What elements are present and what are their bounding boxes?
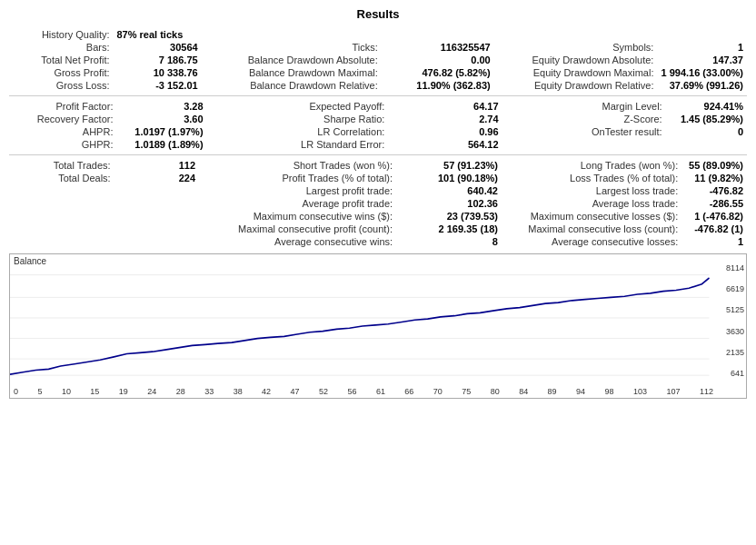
label: Maximum consecutive wins ($):: [216, 210, 396, 223]
x-label: 75: [462, 387, 471, 396]
table-row: Largest profit trade: 640.42 Largest los…: [9, 184, 747, 197]
x-label: 94: [576, 387, 585, 396]
label: Total Deals:: [9, 172, 114, 184]
label: Equity Drawdown Maximal:: [511, 66, 658, 79]
value: 147.37: [657, 54, 747, 66]
x-label: 24: [147, 387, 156, 396]
table-row: Total Deals: 224 Profit Trades (% of tot…: [9, 172, 747, 184]
label: Margin Level:: [520, 100, 666, 113]
label: Loss Trades (% of total):: [519, 172, 681, 184]
label: Gross Loss:: [9, 79, 114, 92]
label: Ticks:: [218, 41, 382, 54]
x-label: 80: [491, 387, 500, 396]
label: Gross Profit:: [9, 66, 114, 79]
chart-label: Balance: [14, 256, 46, 266]
balance-chart: Balance 8114 6619 5125 3630 2135 641 0: [9, 253, 747, 399]
page: Results History Quality: 87% real ticks …: [0, 0, 756, 406]
value: 224: [114, 172, 199, 184]
value: 30564: [114, 41, 202, 54]
value: 1 994.16 (33.00%): [657, 66, 747, 79]
x-label: 56: [347, 387, 356, 396]
value: 112: [114, 159, 199, 172]
value: 37.69% (991.26): [657, 79, 747, 92]
x-label: 89: [548, 387, 557, 396]
x-label: 66: [404, 387, 413, 396]
x-label: 107: [666, 387, 680, 396]
label: History Quality:: [9, 28, 114, 41]
label: Maximum consecutive losses ($):: [519, 210, 681, 223]
label: Total Net Profit:: [9, 54, 114, 66]
value: 3.60: [116, 113, 206, 125]
value: 1.0189 (1.89%): [116, 138, 206, 151]
x-label: 28: [176, 387, 185, 396]
label: Balance Drawdown Absolute:: [218, 54, 382, 66]
x-label: 0: [14, 387, 18, 396]
x-label: 47: [291, 387, 300, 396]
label: Sharpe Ratio:: [224, 113, 388, 125]
x-label: 42: [262, 387, 271, 396]
chart-y-labels: 8114 6619 5125 3630 2135 641: [715, 263, 744, 378]
label: Maximal consecutive loss (count):: [519, 223, 681, 235]
table-row: Maximum consecutive wins ($): 23 (739.53…: [9, 210, 747, 223]
table-row: Total Net Profit: 7 186.75 Balance Drawd…: [9, 54, 747, 66]
label: Equity Drawdown Absolute:: [511, 54, 658, 66]
value: 55 (89.09%): [681, 159, 747, 172]
results-section1: History Quality: 87% real ticks Bars: 30…: [9, 28, 747, 92]
value: -476.82: [681, 184, 747, 197]
y-label: 6619: [715, 284, 744, 293]
value: -476.82 (1): [681, 223, 747, 235]
value: 101 (90.18%): [396, 172, 502, 184]
divider1: [9, 95, 747, 96]
value: 2.74: [388, 113, 502, 125]
label: Maximal consecutive profit (count):: [216, 223, 396, 235]
value: 7 186.75: [114, 54, 202, 66]
label: Bars:: [9, 41, 114, 54]
value: 3.28: [116, 100, 206, 113]
label: Z-Score:: [520, 113, 666, 125]
value: 924.41%: [666, 100, 747, 113]
label: Largest loss trade:: [519, 184, 681, 197]
table-row: AHPR: 1.0197 (1.97%) LR Correlation: 0.9…: [9, 125, 747, 138]
label: GHPR:: [9, 138, 116, 151]
value: -286.55: [681, 197, 747, 210]
label: Average loss trade:: [519, 197, 681, 210]
label: LR Standard Error:: [224, 138, 388, 151]
label: Balance Drawdown Maximal:: [218, 66, 382, 79]
table-row: Recovery Factor: 3.60 Sharpe Ratio: 2.74…: [9, 113, 747, 125]
label: Expected Payoff:: [224, 100, 388, 113]
table-row: Maximal consecutive profit (count): 2 16…: [9, 223, 747, 235]
x-label: 52: [319, 387, 328, 396]
value: 2 169.35 (18): [396, 223, 502, 235]
x-label: 61: [376, 387, 385, 396]
table-row: GHPR: 1.0189 (1.89%) LR Standard Error: …: [9, 138, 747, 151]
label: Short Trades (won %):: [216, 159, 396, 172]
x-label: 15: [90, 387, 99, 396]
value: 1: [681, 235, 747, 248]
label: Long Trades (won %):: [519, 159, 681, 172]
label: LR Correlation:: [224, 125, 388, 138]
value: 64.17: [388, 100, 502, 113]
y-label: 5125: [715, 305, 744, 314]
label: Total Trades:: [9, 159, 114, 172]
value: 10 338.76: [114, 66, 202, 79]
x-label: 5: [37, 387, 42, 396]
page-title: Results: [9, 7, 747, 21]
x-label: 103: [633, 387, 647, 396]
x-label: 84: [519, 387, 528, 396]
value: 1: [657, 41, 747, 54]
value: 8: [396, 235, 502, 248]
value: 23 (739.53): [396, 210, 502, 223]
chart-x-labels: 0 5 10 15 19 24 28 33 38 42 47 52 56 61 …: [14, 387, 713, 396]
value: 11 (9.82%): [681, 172, 747, 184]
value: 0: [666, 125, 747, 138]
y-label: 641: [715, 369, 744, 378]
label: Profit Trades (% of total):: [216, 172, 396, 184]
x-label: 70: [433, 387, 443, 396]
value: 57 (91.23%): [396, 159, 502, 172]
y-label: 8114: [715, 263, 744, 272]
x-label: 98: [605, 387, 614, 396]
value: 564.12: [388, 138, 502, 151]
table-row: Profit Factor: 3.28 Expected Payoff: 64.…: [9, 100, 747, 113]
value: 87% real ticks: [114, 28, 202, 41]
value: 102.36: [396, 197, 502, 210]
